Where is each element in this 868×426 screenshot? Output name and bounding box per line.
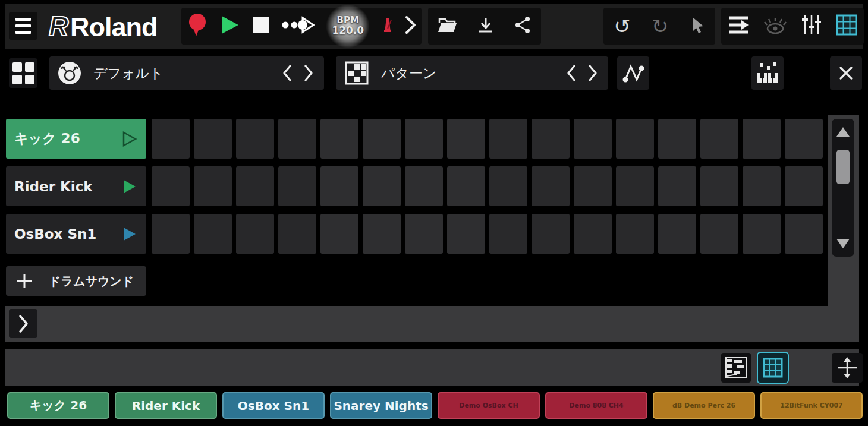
redo-button[interactable]: ↻ bbox=[652, 16, 669, 36]
share-button[interactable] bbox=[514, 16, 532, 36]
step-cell[interactable] bbox=[363, 119, 401, 159]
keyboard-view-button[interactable] bbox=[751, 56, 784, 90]
pad-demo-perc[interactable]: dB Demo Perc 26 bbox=[653, 392, 755, 419]
step-cell[interactable] bbox=[447, 119, 485, 159]
step-cell[interactable] bbox=[447, 214, 485, 254]
step-play-button[interactable] bbox=[281, 14, 315, 38]
step-cell[interactable] bbox=[405, 166, 443, 206]
pad-riderkick[interactable]: Rider Kick bbox=[115, 392, 217, 419]
step-cell[interactable] bbox=[532, 119, 570, 159]
track-row-osboxsn1[interactable]: OsBox Sn1 bbox=[6, 214, 146, 254]
panel-resize-handle[interactable] bbox=[832, 353, 863, 383]
step-cell[interactable] bbox=[700, 214, 738, 254]
step-cell[interactable] bbox=[278, 119, 316, 159]
export-button[interactable] bbox=[477, 17, 495, 36]
layout-grid-button[interactable] bbox=[9, 58, 37, 88]
pattern-next-button[interactable] bbox=[582, 61, 603, 85]
step-cell[interactable] bbox=[700, 119, 738, 159]
step-cell[interactable] bbox=[489, 214, 527, 254]
scrollbar-thumb[interactable] bbox=[836, 150, 850, 184]
step-cell[interactable] bbox=[658, 214, 696, 254]
undo-button[interactable]: ↺ bbox=[614, 16, 631, 36]
pointer-tool-button[interactable] bbox=[690, 16, 705, 36]
step-cell[interactable] bbox=[743, 166, 781, 206]
track-preview-play-icon[interactable] bbox=[120, 130, 138, 148]
record-button[interactable] bbox=[187, 12, 208, 40]
step-cell[interactable] bbox=[489, 166, 527, 206]
chevron-left-icon bbox=[282, 65, 292, 81]
step-cell[interactable] bbox=[236, 119, 274, 159]
track-row-kick26[interactable]: キック 26 bbox=[6, 119, 146, 159]
pad-osboxsn1[interactable]: OsBox Sn1 bbox=[222, 392, 325, 419]
jump-to-end-button[interactable] bbox=[728, 15, 749, 37]
visibility-button[interactable] bbox=[763, 15, 788, 37]
kit-prev-button[interactable] bbox=[276, 61, 298, 85]
stop-button[interactable] bbox=[251, 15, 271, 37]
play-button[interactable] bbox=[219, 14, 240, 38]
step-cell[interactable] bbox=[574, 119, 612, 159]
pad-demo-808[interactable]: Demo 808 CH4 bbox=[545, 392, 647, 419]
scroll-down-arrow[interactable] bbox=[836, 239, 850, 248]
pattern-prev-button[interactable] bbox=[561, 61, 582, 85]
step-cell[interactable] bbox=[194, 119, 232, 159]
pad-demo-osbox[interactable]: Demo OsBox CH bbox=[438, 392, 540, 419]
step-cell[interactable] bbox=[574, 214, 612, 254]
step-cell[interactable] bbox=[152, 166, 190, 206]
step-cell[interactable] bbox=[363, 214, 401, 254]
step-cell[interactable] bbox=[743, 119, 781, 159]
open-project-button[interactable] bbox=[438, 17, 458, 36]
step-cell[interactable] bbox=[236, 166, 274, 206]
transport-next-button[interactable] bbox=[404, 15, 416, 37]
vertical-scrollbar[interactable] bbox=[832, 119, 854, 257]
track-preview-play-icon[interactable] bbox=[120, 225, 138, 243]
step-cell[interactable] bbox=[574, 166, 612, 206]
step-cell[interactable] bbox=[616, 214, 654, 254]
track-row-riderkick[interactable]: Rider Kick bbox=[6, 166, 146, 206]
step-cell[interactable] bbox=[320, 166, 358, 206]
step-cell[interactable] bbox=[236, 214, 274, 254]
add-drum-sound-button[interactable]: ドラムサウンド bbox=[6, 266, 146, 296]
step-cell[interactable] bbox=[152, 119, 190, 159]
step-cell[interactable] bbox=[405, 119, 443, 159]
step-cell[interactable] bbox=[743, 214, 781, 254]
step-cell[interactable] bbox=[658, 119, 696, 159]
close-button[interactable] bbox=[830, 56, 862, 90]
step-cell[interactable] bbox=[194, 214, 232, 254]
pad-kick26[interactable]: キック 26 bbox=[7, 392, 109, 419]
pad-12bitfunk[interactable]: 12BitFunk CY007 bbox=[760, 392, 863, 419]
kit-next-button[interactable] bbox=[298, 61, 319, 85]
grid-view-toggle-active[interactable] bbox=[757, 352, 789, 384]
grid-view-button[interactable] bbox=[836, 14, 857, 38]
expand-panel-button[interactable] bbox=[9, 309, 37, 338]
automation-button[interactable] bbox=[617, 56, 649, 90]
step-cell[interactable] bbox=[278, 214, 316, 254]
step-cell[interactable] bbox=[489, 119, 527, 159]
step-cell[interactable] bbox=[152, 214, 190, 254]
step-cell[interactable] bbox=[785, 214, 823, 254]
step-cell[interactable] bbox=[616, 166, 654, 206]
step-cell[interactable] bbox=[320, 214, 358, 254]
step-cell[interactable] bbox=[785, 119, 823, 159]
metronome-button[interactable] bbox=[382, 17, 394, 36]
step-cell[interactable] bbox=[194, 166, 232, 206]
step-cell[interactable] bbox=[363, 166, 401, 206]
pad-snareynights[interactable]: Snarey Nights bbox=[330, 392, 432, 419]
kit-selector[interactable]: デフォルト bbox=[49, 56, 324, 90]
scroll-up-arrow[interactable] bbox=[836, 127, 850, 137]
pianoroll-view-button[interactable] bbox=[721, 353, 751, 383]
step-cell[interactable] bbox=[532, 166, 570, 206]
bpm-display[interactable]: BPM 120.0 bbox=[325, 16, 370, 36]
step-cell[interactable] bbox=[616, 119, 654, 159]
step-cell[interactable] bbox=[658, 166, 696, 206]
pattern-selector[interactable]: パターン bbox=[336, 56, 608, 90]
mixer-button[interactable] bbox=[801, 14, 822, 38]
step-cell[interactable] bbox=[447, 166, 485, 206]
step-cell[interactable] bbox=[405, 214, 443, 254]
step-cell[interactable] bbox=[785, 166, 823, 206]
step-cell[interactable] bbox=[700, 166, 738, 206]
step-cell[interactable] bbox=[320, 119, 358, 159]
step-cell[interactable] bbox=[278, 166, 316, 206]
track-preview-play-icon[interactable] bbox=[120, 178, 138, 195]
menu-button[interactable] bbox=[9, 12, 37, 40]
step-cell[interactable] bbox=[532, 214, 570, 254]
